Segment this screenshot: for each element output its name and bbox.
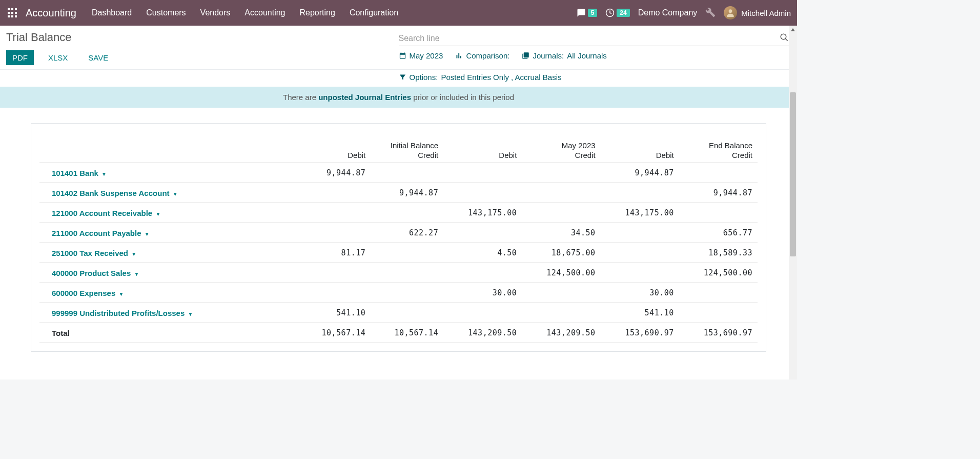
cell-value: 34.50 — [522, 223, 600, 243]
scrollbar[interactable] — [789, 26, 797, 380]
cell-value: 18,675.00 — [522, 243, 600, 263]
cell-value — [601, 183, 679, 203]
scroll-up-icon[interactable] — [789, 26, 797, 34]
cell-value: 81.17 — [298, 243, 371, 263]
nav-activities[interactable]: 24 — [605, 8, 629, 17]
nav-menu-accounting[interactable]: Accounting — [244, 8, 285, 17]
filter-period[interactable]: May 2023 — [399, 51, 443, 60]
export-save-button[interactable]: SAVE — [82, 50, 114, 65]
nav-menu-customers[interactable]: Customers — [146, 8, 186, 17]
cell-value: 143,175.00 — [601, 203, 679, 223]
cell-value — [443, 303, 522, 323]
export-pdf-button[interactable]: PDF — [6, 50, 34, 65]
table-row: 600000 Expenses ▼30.0030.00 — [39, 283, 758, 303]
nav-messages[interactable]: 5 — [577, 8, 598, 17]
svg-rect-7 — [11, 15, 13, 17]
nav-menu-dashboard[interactable]: Dashboard — [92, 8, 132, 17]
filter-comparison-label: Comparison: — [466, 51, 509, 60]
avatar — [724, 6, 737, 19]
account-link[interactable]: 101402 Bank Suspense Account ▼ — [39, 183, 298, 203]
alert-bold: unposted Journal Entries — [318, 93, 411, 102]
alert-banner[interactable]: There are unposted Journal Entries prior… — [0, 87, 797, 108]
caret-down-icon: ▼ — [101, 171, 107, 177]
filter-options-label: Options: — [410, 73, 438, 82]
cell-value: 143,175.00 — [443, 203, 522, 223]
search-input[interactable] — [399, 32, 778, 45]
svg-rect-13 — [457, 55, 458, 58]
col-debit-2: Debit — [443, 151, 522, 163]
messages-icon — [577, 8, 586, 17]
tools-icon[interactable] — [705, 7, 716, 19]
col-credit-1: Credit — [371, 151, 443, 163]
activities-badge: 24 — [617, 9, 629, 17]
account-link[interactable]: 101401 Bank ▼ — [39, 163, 298, 183]
nav-menu: Dashboard Customers Vendors Accounting R… — [92, 8, 577, 17]
table-row: 251000 Tax Received ▼81.174.5018,675.001… — [39, 243, 758, 263]
nav-company[interactable]: Demo Company — [638, 8, 698, 17]
bar-chart-icon — [455, 52, 463, 59]
nav-menu-vendors[interactable]: Vendors — [200, 8, 231, 17]
nav-right: 5 24 Demo Company Mitchell Admin — [577, 6, 791, 19]
account-link[interactable]: 251000 Tax Received ▼ — [39, 243, 298, 263]
filter-journals[interactable]: Journals: All Journals — [522, 51, 606, 60]
table-row: 101402 Bank Suspense Account ▼9,944.879,… — [39, 183, 758, 203]
svg-rect-2 — [15, 8, 17, 10]
table-row: 211000 Account Payable ▼622.2734.50656.7… — [39, 223, 758, 243]
account-link[interactable]: 211000 Account Payable ▼ — [39, 223, 298, 243]
nav-menu-configuration[interactable]: Configuration — [350, 8, 398, 17]
svg-rect-5 — [15, 12, 17, 14]
cell-value: 656.77 — [679, 223, 758, 243]
export-xlsx-button[interactable]: XLSX — [42, 50, 74, 65]
nav-user-name: Mitchell Admin — [741, 9, 791, 17]
cell-value — [601, 243, 679, 263]
filter-comparison[interactable]: Comparison: — [455, 51, 509, 60]
col-credit-2: Credit — [522, 151, 600, 163]
control-bar: Trial Balance PDF XLSX SAVE May 2023 — [0, 26, 797, 70]
cell-value: 9,944.87 — [298, 163, 371, 183]
caret-down-icon: ▼ — [145, 231, 150, 237]
page-title: Trial Balance — [6, 31, 399, 44]
svg-rect-1 — [11, 8, 13, 10]
cell-value — [522, 163, 600, 183]
cell-value — [679, 203, 758, 223]
cell-value — [371, 303, 443, 323]
cell-value — [679, 163, 758, 183]
nav-menu-reporting[interactable]: Reporting — [300, 8, 335, 17]
account-link[interactable]: 400000 Product Sales ▼ — [39, 263, 298, 283]
caret-down-icon: ▼ — [188, 311, 193, 317]
total-value: 153,690.97 — [679, 323, 758, 343]
content-area: Initial Balance May 2023 End Balance Deb… — [0, 108, 797, 367]
cell-value — [679, 283, 758, 303]
col-group-initial: Initial Balance — [298, 139, 443, 151]
alert-suffix: prior or included in this period — [411, 93, 514, 102]
account-link[interactable]: 999999 Undistributed Profits/Losses ▼ — [39, 303, 298, 323]
caret-down-icon: ▼ — [118, 291, 124, 297]
cell-value — [298, 203, 371, 223]
trial-balance-table: Initial Balance May 2023 End Balance Deb… — [39, 139, 758, 343]
total-value: 10,567.14 — [298, 323, 371, 343]
cell-value — [522, 283, 600, 303]
filter-options[interactable]: Options: Posted Entries Only , Accrual B… — [399, 73, 791, 82]
cell-value — [522, 183, 600, 203]
apps-icon[interactable] — [6, 7, 18, 19]
col-group-end: End Balance — [601, 139, 758, 151]
cell-value: 541.10 — [601, 303, 679, 323]
nav-user[interactable]: Mitchell Admin — [724, 6, 791, 19]
cell-value — [298, 283, 371, 303]
nav-brand[interactable]: Accounting — [26, 7, 76, 19]
navbar: Accounting Dashboard Customers Vendors A… — [0, 0, 797, 26]
caret-down-icon: ▼ — [173, 191, 178, 197]
table-row: 101401 Bank ▼9,944.879,944.87 — [39, 163, 758, 183]
total-value: 143,209.50 — [443, 323, 522, 343]
cell-value — [522, 203, 600, 223]
svg-point-10 — [729, 9, 732, 13]
table-row: 121000 Account Receivable ▼143,175.00143… — [39, 203, 758, 223]
cell-value — [371, 283, 443, 303]
cell-value — [443, 263, 522, 283]
cell-value: 30.00 — [601, 283, 679, 303]
cell-value: 124,500.00 — [522, 263, 600, 283]
clock-icon — [605, 8, 615, 17]
scroll-thumb[interactable] — [790, 92, 796, 256]
account-link[interactable]: 121000 Account Receivable ▼ — [39, 203, 298, 223]
account-link[interactable]: 600000 Expenses ▼ — [39, 283, 298, 303]
